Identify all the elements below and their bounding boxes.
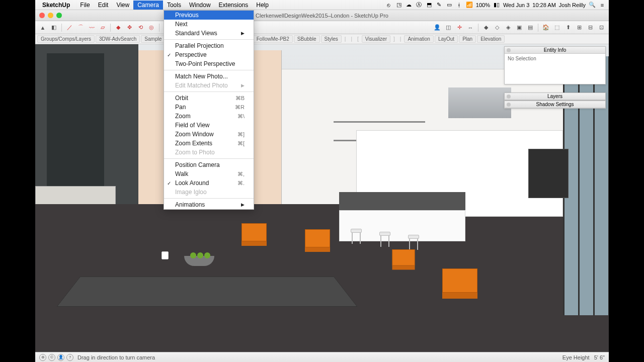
upload-icon[interactable]: ⬆ (564, 23, 573, 32)
menu-extensions[interactable]: Extensions (215, 1, 253, 10)
line-tool-icon[interactable]: ／ (65, 23, 74, 32)
apples (190, 252, 210, 259)
scene-tab[interactable]: Styles (321, 35, 342, 43)
range-hood (448, 87, 511, 118)
menu-item-zoom-window[interactable]: Zoom Window⌘] (164, 130, 254, 139)
menu-item-perspective[interactable]: ✓Perspective (164, 50, 254, 59)
scene-tab[interactable]: Groups/Comps/Layers (37, 35, 95, 43)
rectangle-tool-icon[interactable]: ▱ (98, 23, 107, 32)
scene-tab[interactable]: Sample (141, 35, 165, 43)
menu-item-walk[interactable]: Walk⌘, (164, 169, 254, 178)
cloud-icon[interactable]: ☁ (406, 2, 413, 8)
ext2-icon[interactable]: ◇ (493, 23, 502, 32)
notifications-icon[interactable]: ≡ (599, 2, 606, 8)
menu-help[interactable]: Help (252, 1, 273, 10)
close-window-icon[interactable] (39, 13, 45, 18)
toolbar-separator (110, 24, 111, 32)
menu-camera[interactable]: Camera (133, 1, 163, 10)
menu-item-zoom-extents[interactable]: Zoom Extents⌘[ (164, 139, 254, 148)
ext5-icon[interactable]: ▤ (526, 23, 535, 32)
menu-item-next[interactable]: Next (164, 20, 254, 29)
tool-icon[interactable]: ⎋ (385, 2, 392, 8)
menubar-date[interactable]: Wed Jun 3 (503, 2, 529, 8)
freehand-tool-icon[interactable]: 〰 (87, 23, 96, 32)
display-icon[interactable]: ▭ (446, 2, 453, 8)
battery-percent[interactable]: 100% (476, 2, 490, 8)
menu-item-standard-views[interactable]: Standard Views▶ (164, 29, 254, 38)
section-tool-icon[interactable]: ◫ (444, 23, 453, 32)
shadow-settings-panel[interactable]: Shadow Settings (504, 101, 606, 109)
select-tool-icon[interactable]: ▲ (38, 23, 47, 32)
eraser-tool-icon[interactable]: ◧ (49, 23, 58, 32)
menu-item-look-around[interactable]: ✓Look Around⌘. (164, 178, 254, 188)
minimize-window-icon[interactable] (48, 13, 53, 18)
dimension-tool-icon[interactable]: ↔ (466, 23, 475, 32)
bluetooth-icon[interactable]: ᚼ (456, 2, 463, 8)
menu-window[interactable]: Window (185, 1, 215, 10)
menu-edit[interactable]: Edit (94, 1, 113, 10)
menu-item-position-camera[interactable]: Position Camera (164, 160, 254, 169)
zoom-window-icon[interactable] (56, 13, 62, 18)
geo-icon[interactable]: ⊕ (39, 354, 46, 361)
window-title: ClerkenwellDesignWeek2015–London - Sketc… (256, 13, 388, 19)
credits-icon[interactable]: © (48, 354, 55, 361)
scene-tab[interactable]: Animation (404, 35, 433, 43)
scene-tab[interactable]: Visualizer (362, 35, 390, 43)
menu-item-zoom[interactable]: Zoom⌘\ (164, 112, 254, 121)
person-tool-icon[interactable]: 👤 (433, 23, 442, 32)
menu-item-animations[interactable]: Animations▶ (164, 200, 254, 209)
menu-item-two-point-perspective[interactable]: Two-Point Perspective (164, 59, 254, 68)
axes-tool-icon[interactable]: ✛ (455, 23, 464, 32)
menu-item-match-new-photo-[interactable]: Match New Photo... (164, 72, 254, 81)
spotlight-icon[interactable]: 🔍 (589, 2, 596, 8)
move-tool-icon[interactable]: ✥ (125, 23, 134, 32)
signin-icon[interactable]: 👤 (57, 354, 64, 361)
scene-tab[interactable]: Plan (459, 35, 476, 43)
menu-file[interactable]: File (76, 1, 94, 10)
battery-icon[interactable]: ▮▯ (493, 2, 500, 8)
scene-tab[interactable]: Elevation (477, 35, 505, 43)
toolbar-separator (159, 24, 159, 32)
component-icon[interactable]: ⬚ (552, 23, 561, 32)
drive-icon[interactable]: ◳ (395, 2, 403, 8)
coffee-mug (162, 251, 169, 259)
scene-tab[interactable]: LayOut (435, 35, 458, 43)
app-name[interactable]: SketchUp (42, 2, 70, 9)
evernote-icon[interactable]: ✎ (436, 2, 443, 8)
menu-item-parallel-projection[interactable]: Parallel Projection (164, 41, 254, 50)
menu-item-pan[interactable]: Pan⌘R (164, 103, 254, 112)
ext8-icon[interactable]: ⊡ (597, 23, 606, 32)
scene-tab[interactable]: FollowMe-PB2 (253, 35, 293, 43)
status-hint: Drag in direction to turn camera (77, 354, 155, 360)
status-right-label: Eye Height (562, 354, 590, 360)
menu-item-previous[interactable]: Previous (164, 11, 254, 20)
warehouse-icon[interactable]: 🏠 (541, 23, 550, 32)
menubar-time[interactable]: 10:28 AM (532, 2, 555, 8)
adobe-icon[interactable]: Ⓐ (416, 1, 423, 9)
menu-tools[interactable]: Tools (163, 1, 185, 10)
wifi-icon[interactable]: 📶 (466, 2, 473, 8)
ext4-icon[interactable]: ▣ (515, 23, 524, 32)
status-bar: ⊕ © 👤 ? Drag in direction to turn camera… (35, 352, 609, 362)
rotate-tool-icon[interactable]: ⟲ (136, 23, 145, 32)
ext1-icon[interactable]: ◆ (481, 23, 491, 32)
pushpull-tool-icon[interactable]: ◆ (114, 23, 123, 32)
scene-tab[interactable]: SBubble (294, 35, 320, 43)
menu-view[interactable]: View (112, 1, 133, 10)
layers-panel[interactable]: Layers (504, 93, 606, 101)
window-titlebar: ClerkenwellDesignWeek2015–London - Sketc… (35, 10, 609, 21)
panel-title: Layers (547, 94, 562, 99)
ext6-icon[interactable]: ⊞ (575, 23, 584, 32)
offset-tool-icon[interactable]: ◎ (147, 23, 156, 32)
ext3-icon[interactable]: ◈ (504, 23, 513, 32)
menu-item-orbit[interactable]: Orbit⌘B (164, 94, 254, 103)
entity-info-panel[interactable]: Entity Info No Selection (504, 46, 606, 84)
menubar-user[interactable]: Josh Reilly (559, 2, 586, 8)
ext7-icon[interactable]: ⊟ (586, 23, 595, 32)
dropbox-icon[interactable]: ⬒ (426, 2, 433, 8)
menu-item-field-of-view[interactable]: Field of View (164, 121, 254, 130)
help-icon[interactable]: ? (66, 354, 73, 361)
arc-tool-icon[interactable]: ⌒ (76, 23, 85, 32)
3d-viewport[interactable] (35, 44, 609, 352)
scene-tab[interactable]: 3DW-AdvSearch (96, 35, 140, 43)
